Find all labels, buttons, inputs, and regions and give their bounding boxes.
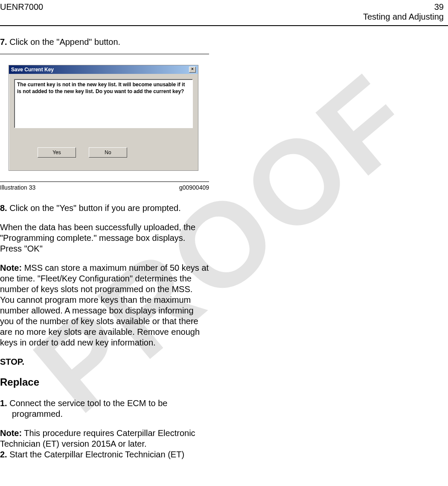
save-current-key-dialog: Save Current Key × The current key is no…: [9, 65, 198, 171]
note-1-label: Note:: [0, 263, 22, 272]
illustration-caption: Illustration 33 g00900409: [0, 184, 209, 191]
divider: [0, 54, 209, 54]
step-2: 2. Start the Caterpillar Electronic Tech…: [0, 449, 209, 460]
step-1: 1. Connect the service tool to the ECM t…: [0, 398, 209, 419]
replace-heading: Replace: [0, 376, 209, 389]
no-button[interactable]: No: [89, 147, 127, 158]
note-2-text: This procedure requires Caterpillar Elec…: [0, 428, 195, 448]
note-2: Note: This procedure requires Caterpilla…: [0, 428, 209, 449]
step-2-text: Start the Caterpillar Electronic Technic…: [7, 450, 184, 459]
dialog-title: Save Current Key: [11, 67, 54, 73]
step-2-number: 2.: [0, 450, 7, 459]
yes-button[interactable]: Yes: [38, 147, 76, 158]
step-1-text: Connect the service tool to the ECM to b…: [7, 398, 168, 408]
dialog-message: The current key is not in the new key li…: [14, 79, 193, 128]
section-title: Testing and Adjusting: [363, 12, 444, 22]
upload-paragraph: When the data has been successfully uplo…: [0, 222, 209, 254]
close-icon[interactable]: ×: [189, 67, 196, 73]
note-2-label: Note:: [0, 428, 22, 438]
step-8-text: Click on the "Yes" button if you are pro…: [7, 203, 181, 213]
caption-divider: [0, 182, 209, 182]
illustration-id: g00900409: [179, 184, 209, 191]
page-header: UENR7000 39 Testing and Adjusting: [0, 0, 448, 26]
dialog-titlebar: Save Current Key ×: [9, 65, 198, 74]
step-1-number: 1.: [0, 398, 7, 408]
note-1-text: MSS can store a maximum number of 50 key…: [0, 263, 209, 347]
step-7: 7. Click on the "Append" button.: [0, 37, 209, 47]
illustration-number: Illustration 33: [0, 184, 35, 191]
step-8-number: 8.: [0, 203, 7, 213]
doc-id: UENR7000: [0, 2, 43, 22]
stop-text: STOP.: [0, 357, 209, 367]
step-8: 8. Click on the "Yes" button if you are …: [0, 203, 209, 214]
step-7-text: Click on the "Append" button.: [7, 37, 120, 47]
page-number: 39: [363, 2, 444, 12]
note-1: Note: MSS can store a maximum number of …: [0, 263, 209, 348]
step-1-text-cont: programmed.: [0, 409, 209, 419]
step-7-number: 7.: [0, 37, 7, 47]
